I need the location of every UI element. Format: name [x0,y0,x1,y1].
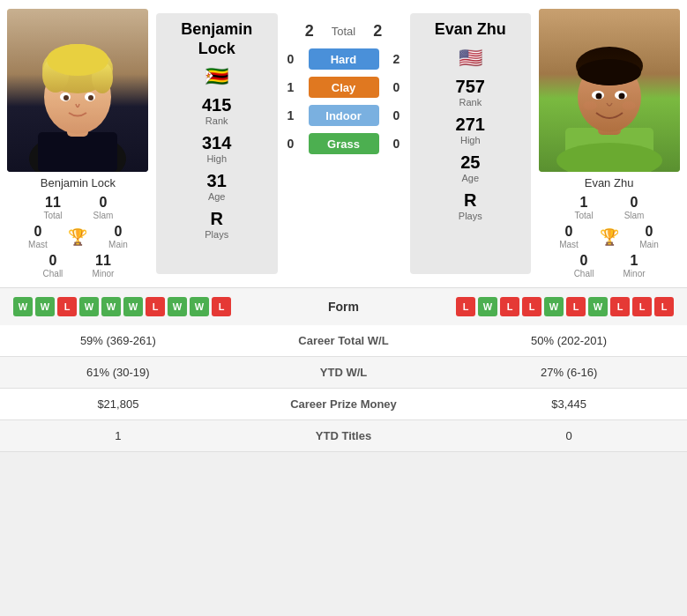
left-main: 0 Main [98,224,138,249]
player-right-photo [539,9,680,172]
form-label: Form [300,300,388,314]
stats-row: 61% (30-19)YTD W/L27% (6-16) [0,357,687,389]
player-left-name-big: Benjamin Lock [161,20,273,58]
form-badge-right: L [500,297,519,316]
right-total: 1 Total [564,195,604,220]
right-rank-block: 757 Rank [456,77,485,108]
courts-panel: 2 Total 2 0 Hard 2 1 Clay 0 1 [282,9,406,278]
right-high-block: 271 High [456,115,485,145]
players-section: Benjamin Lock 11 Total 0 Slam 0 Mast 🏆 [0,0,687,287]
stats-label: Career Prize Money [236,389,451,420]
stats-row: 1YTD Titles0 [0,420,687,452]
form-badge-right: W [544,297,564,316]
form-badge-right: L [610,297,630,316]
form-badge-left: W [35,297,55,316]
stats-right-val: 50% (202-201) [451,325,687,357]
form-badge-right: L [456,297,475,316]
svg-point-25 [622,101,636,110]
svg-point-11 [63,95,69,100]
form-badge-left: W [13,297,33,316]
left-minor: 11 Minor [83,253,123,278]
form-badge-right: W [478,297,497,316]
form-badges-right: LWLLWLWLLL [456,297,674,316]
total-row: 2 Total 2 [301,22,386,41]
form-badges-left: WWLWWWLWWL [13,297,231,316]
form-badge-left: W [79,297,99,316]
court-hard-badge: Hard [309,48,379,70]
court-clay-badge: Clay [309,77,379,98]
form-section: WWLWWWLWWL Form LWLLWLWLLL [0,287,687,325]
stats-right-val: $3,445 [451,389,687,420]
right-main: 0 Main [630,224,669,249]
stats-left-val: 1 [0,420,236,452]
svg-point-8 [47,44,108,76]
right-chall: 0 Chall [564,253,604,278]
svg-point-12 [88,95,93,100]
right-center-panel: Evan Zhu 🇺🇸 757 Rank 271 High 25 Age R P… [410,13,532,274]
svg-point-24 [583,101,597,110]
form-badge-left: W [168,297,187,316]
form-badge-right: L [654,297,674,316]
player-right-block: Evan Zhu 1 Total 0 Slam 0 Mast 🏆 [535,9,683,278]
right-plays-block: R Plays [459,190,482,221]
court-row-indoor: 1 Indoor 0 [282,105,406,126]
left-chall: 0 Chall [33,253,72,278]
stats-right-val: 27% (6-16) [451,357,687,389]
stats-label: YTD W/L [236,357,451,389]
trophy-icon-left: 🏆 [68,227,87,247]
stats-label: YTD Titles [236,420,451,452]
form-badge-right: W [588,297,608,316]
stats-left-val: 61% (30-19) [0,357,236,389]
left-total: 11 Total [33,195,72,220]
player-left-name-label: Benjamin Lock [41,176,116,189]
svg-rect-2 [38,132,117,172]
form-badge-left: L [212,297,231,316]
court-row-grass: 0 Grass 0 [282,133,406,154]
left-center-panel: Benjamin Lock 🇿🇼 415 Rank 314 High 31 Ag… [156,13,278,274]
form-badge-left: L [146,297,165,316]
page-container: Benjamin Lock 11 Total 0 Slam 0 Mast 🏆 [0,0,687,452]
court-indoor-badge: Indoor [309,105,379,126]
form-badge-right: L [522,297,541,316]
stats-row: $21,805Career Prize Money$3,445 [0,389,687,420]
right-slam: 0 Slam [615,195,654,220]
stats-table: 59% (369-261)Career Total W/L50% (202-20… [0,325,687,452]
left-high-block: 314 High [202,133,231,164]
left-plays-block: R Plays [205,209,228,240]
stats-left-val: 59% (369-261) [0,325,236,357]
court-row-clay: 1 Clay 0 [282,77,406,98]
left-age-block: 31 Age [207,171,227,202]
svg-point-22 [595,93,601,100]
right-age-block: 25 Age [460,152,480,183]
trophy-icon-right: 🏆 [600,227,619,247]
svg-point-23 [618,93,624,100]
form-badge-left: L [57,297,77,316]
svg-point-19 [578,59,641,85]
form-badge-left: W [123,297,143,316]
left-slam: 0 Slam [83,195,123,220]
form-badge-right: L [632,297,652,316]
court-row-hard: 0 Hard 2 [282,48,406,70]
player-left-block: Benjamin Lock 11 Total 0 Slam 0 Mast 🏆 [4,9,152,278]
player-right-name-big: Evan Zhu [435,20,506,40]
left-rank-block: 415 Rank [202,95,231,126]
player-right-name-label: Evan Zhu [585,176,634,189]
stats-right-val: 0 [451,420,687,452]
court-grass-badge: Grass [309,133,379,154]
stats-left-val: $21,805 [0,389,236,420]
right-mast: 0 Mast [549,224,589,249]
stats-label: Career Total W/L [236,325,451,357]
form-badge-right: L [566,297,586,316]
left-flag: 🇿🇼 [205,65,228,88]
form-badge-left: W [190,297,209,316]
form-badge-left: W [101,297,121,316]
right-flag: 🇺🇸 [459,47,482,70]
stats-row: 59% (369-261)Career Total W/L50% (202-20… [0,325,687,357]
left-mast: 0 Mast [18,224,57,249]
right-minor: 1 Minor [615,253,654,278]
player-left-photo [7,9,148,172]
